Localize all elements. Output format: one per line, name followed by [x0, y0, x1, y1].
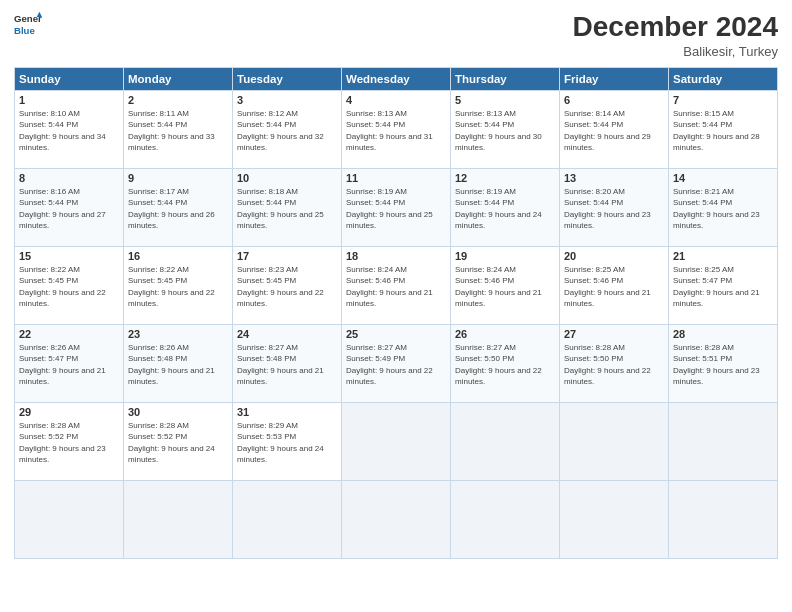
- day-number: 1: [19, 94, 119, 106]
- table-row: 5Sunrise: 8:13 AMSunset: 5:44 PMDaylight…: [451, 90, 560, 168]
- header: General Blue December 2024 Balikesir, Tu…: [14, 10, 778, 59]
- subtitle: Balikesir, Turkey: [573, 44, 778, 59]
- col-wednesday: Wednesday: [342, 67, 451, 90]
- table-row: [451, 480, 560, 558]
- table-row: 12Sunrise: 8:19 AMSunset: 5:44 PMDayligh…: [451, 168, 560, 246]
- table-row: 27Sunrise: 8:28 AMSunset: 5:50 PMDayligh…: [560, 324, 669, 402]
- day-number: 4: [346, 94, 446, 106]
- cell-info: Sunrise: 8:28 AMSunset: 5:52 PMDaylight:…: [19, 420, 119, 466]
- cell-info: Sunrise: 8:28 AMSunset: 5:51 PMDaylight:…: [673, 342, 773, 388]
- table-row: [342, 402, 451, 480]
- cell-info: Sunrise: 8:29 AMSunset: 5:53 PMDaylight:…: [237, 420, 337, 466]
- table-row: 11Sunrise: 8:19 AMSunset: 5:44 PMDayligh…: [342, 168, 451, 246]
- title-section: December 2024 Balikesir, Turkey: [573, 10, 778, 59]
- calendar: Sunday Monday Tuesday Wednesday Thursday…: [14, 67, 778, 559]
- cell-info: Sunrise: 8:19 AMSunset: 5:44 PMDaylight:…: [455, 186, 555, 232]
- col-tuesday: Tuesday: [233, 67, 342, 90]
- table-row: 13Sunrise: 8:20 AMSunset: 5:44 PMDayligh…: [560, 168, 669, 246]
- day-number: 3: [237, 94, 337, 106]
- table-row: 2Sunrise: 8:11 AMSunset: 5:44 PMDaylight…: [124, 90, 233, 168]
- cell-info: Sunrise: 8:14 AMSunset: 5:44 PMDaylight:…: [564, 108, 664, 154]
- table-row: [560, 480, 669, 558]
- cell-info: Sunrise: 8:28 AMSunset: 5:50 PMDaylight:…: [564, 342, 664, 388]
- col-thursday: Thursday: [451, 67, 560, 90]
- svg-text:Blue: Blue: [14, 25, 35, 36]
- table-row: 25Sunrise: 8:27 AMSunset: 5:49 PMDayligh…: [342, 324, 451, 402]
- cell-info: Sunrise: 8:13 AMSunset: 5:44 PMDaylight:…: [346, 108, 446, 154]
- day-number: 21: [673, 250, 773, 262]
- cell-info: Sunrise: 8:17 AMSunset: 5:44 PMDaylight:…: [128, 186, 228, 232]
- table-row: [342, 480, 451, 558]
- table-row: 7Sunrise: 8:15 AMSunset: 5:44 PMDaylight…: [669, 90, 778, 168]
- cell-info: Sunrise: 8:25 AMSunset: 5:46 PMDaylight:…: [564, 264, 664, 310]
- table-row: 16Sunrise: 8:22 AMSunset: 5:45 PMDayligh…: [124, 246, 233, 324]
- day-number: 6: [564, 94, 664, 106]
- table-row: [669, 402, 778, 480]
- cell-info: Sunrise: 8:28 AMSunset: 5:52 PMDaylight:…: [128, 420, 228, 466]
- table-row: 26Sunrise: 8:27 AMSunset: 5:50 PMDayligh…: [451, 324, 560, 402]
- cell-info: Sunrise: 8:11 AMSunset: 5:44 PMDaylight:…: [128, 108, 228, 154]
- cell-info: Sunrise: 8:12 AMSunset: 5:44 PMDaylight:…: [237, 108, 337, 154]
- cell-info: Sunrise: 8:26 AMSunset: 5:48 PMDaylight:…: [128, 342, 228, 388]
- day-number: 9: [128, 172, 228, 184]
- col-sunday: Sunday: [15, 67, 124, 90]
- header-row: Sunday Monday Tuesday Wednesday Thursday…: [15, 67, 778, 90]
- cell-info: Sunrise: 8:22 AMSunset: 5:45 PMDaylight:…: [19, 264, 119, 310]
- cell-info: Sunrise: 8:23 AMSunset: 5:45 PMDaylight:…: [237, 264, 337, 310]
- day-number: 15: [19, 250, 119, 262]
- day-number: 8: [19, 172, 119, 184]
- calendar-week-2: 8Sunrise: 8:16 AMSunset: 5:44 PMDaylight…: [15, 168, 778, 246]
- cell-info: Sunrise: 8:18 AMSunset: 5:44 PMDaylight:…: [237, 186, 337, 232]
- table-row: 17Sunrise: 8:23 AMSunset: 5:45 PMDayligh…: [233, 246, 342, 324]
- table-row: 30Sunrise: 8:28 AMSunset: 5:52 PMDayligh…: [124, 402, 233, 480]
- day-number: 10: [237, 172, 337, 184]
- table-row: 4Sunrise: 8:13 AMSunset: 5:44 PMDaylight…: [342, 90, 451, 168]
- table-row: 23Sunrise: 8:26 AMSunset: 5:48 PMDayligh…: [124, 324, 233, 402]
- day-number: 14: [673, 172, 773, 184]
- logo-icon: General Blue: [14, 10, 42, 38]
- day-number: 11: [346, 172, 446, 184]
- table-row: 29Sunrise: 8:28 AMSunset: 5:52 PMDayligh…: [15, 402, 124, 480]
- cell-info: Sunrise: 8:25 AMSunset: 5:47 PMDaylight:…: [673, 264, 773, 310]
- cell-info: Sunrise: 8:19 AMSunset: 5:44 PMDaylight:…: [346, 186, 446, 232]
- table-row: [15, 480, 124, 558]
- table-row: 20Sunrise: 8:25 AMSunset: 5:46 PMDayligh…: [560, 246, 669, 324]
- table-row: 9Sunrise: 8:17 AMSunset: 5:44 PMDaylight…: [124, 168, 233, 246]
- table-row: [669, 480, 778, 558]
- table-row: 3Sunrise: 8:12 AMSunset: 5:44 PMDaylight…: [233, 90, 342, 168]
- calendar-week-3: 15Sunrise: 8:22 AMSunset: 5:45 PMDayligh…: [15, 246, 778, 324]
- day-number: 18: [346, 250, 446, 262]
- day-number: 5: [455, 94, 555, 106]
- month-title: December 2024: [573, 10, 778, 44]
- cell-info: Sunrise: 8:20 AMSunset: 5:44 PMDaylight:…: [564, 186, 664, 232]
- cell-info: Sunrise: 8:27 AMSunset: 5:48 PMDaylight:…: [237, 342, 337, 388]
- table-row: [560, 402, 669, 480]
- table-row: 19Sunrise: 8:24 AMSunset: 5:46 PMDayligh…: [451, 246, 560, 324]
- day-number: 20: [564, 250, 664, 262]
- cell-info: Sunrise: 8:22 AMSunset: 5:45 PMDaylight:…: [128, 264, 228, 310]
- day-number: 25: [346, 328, 446, 340]
- cell-info: Sunrise: 8:13 AMSunset: 5:44 PMDaylight:…: [455, 108, 555, 154]
- col-friday: Friday: [560, 67, 669, 90]
- logo: General Blue: [14, 10, 42, 38]
- day-number: 23: [128, 328, 228, 340]
- table-row: 10Sunrise: 8:18 AMSunset: 5:44 PMDayligh…: [233, 168, 342, 246]
- col-monday: Monday: [124, 67, 233, 90]
- day-number: 19: [455, 250, 555, 262]
- svg-text:General: General: [14, 13, 42, 24]
- cell-info: Sunrise: 8:26 AMSunset: 5:47 PMDaylight:…: [19, 342, 119, 388]
- table-row: 14Sunrise: 8:21 AMSunset: 5:44 PMDayligh…: [669, 168, 778, 246]
- table-row: 6Sunrise: 8:14 AMSunset: 5:44 PMDaylight…: [560, 90, 669, 168]
- table-row: 18Sunrise: 8:24 AMSunset: 5:46 PMDayligh…: [342, 246, 451, 324]
- table-row: 22Sunrise: 8:26 AMSunset: 5:47 PMDayligh…: [15, 324, 124, 402]
- day-number: 28: [673, 328, 773, 340]
- calendar-week-6: [15, 480, 778, 558]
- table-row: [124, 480, 233, 558]
- col-saturday: Saturday: [669, 67, 778, 90]
- day-number: 30: [128, 406, 228, 418]
- table-row: [451, 402, 560, 480]
- day-number: 12: [455, 172, 555, 184]
- cell-info: Sunrise: 8:27 AMSunset: 5:50 PMDaylight:…: [455, 342, 555, 388]
- calendar-week-5: 29Sunrise: 8:28 AMSunset: 5:52 PMDayligh…: [15, 402, 778, 480]
- day-number: 24: [237, 328, 337, 340]
